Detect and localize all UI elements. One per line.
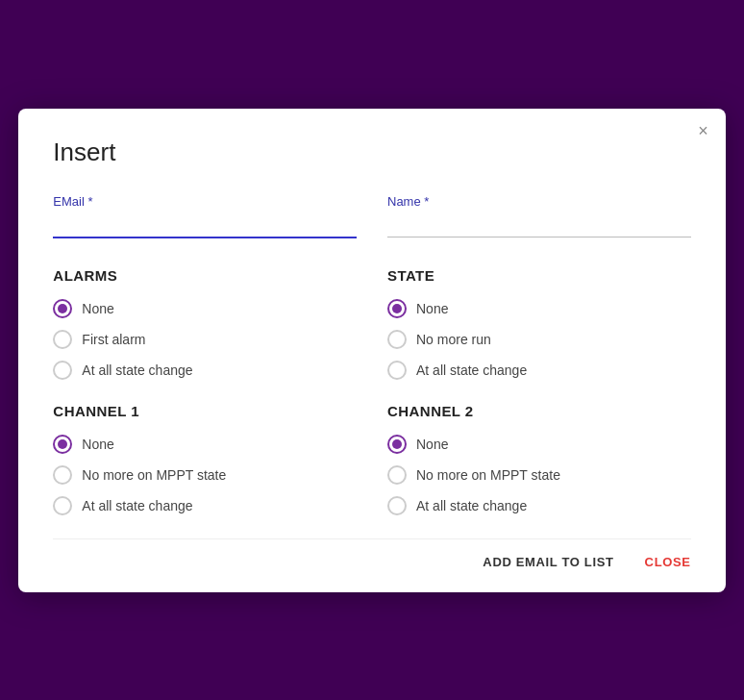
ch1-all-radio[interactable] (53, 496, 72, 515)
state-no-more-run-radio[interactable] (387, 330, 407, 349)
channels-row: CHANNEL 1 None No more on MPPT state At … (53, 403, 690, 515)
channel1-section: CHANNEL 1 None No more on MPPT state At … (53, 403, 357, 515)
channel1-radio-group: None No more on MPPT state At all state … (53, 435, 357, 515)
alarms-state-row: ALARMS None First alarm At all state cha… (53, 267, 690, 380)
state-none-label: None (416, 301, 448, 316)
modal-title: Insert (53, 138, 690, 167)
ch1-no-more-mppt-radio[interactable] (53, 465, 72, 485)
add-email-button[interactable]: ADD EMAIL TO LIST (483, 555, 613, 569)
alarms-state-option[interactable]: At all state change (53, 361, 357, 380)
form-row: EMail * Name * (53, 194, 690, 238)
alarms-none-label: None (82, 301, 113, 316)
state-none-option[interactable]: None (387, 299, 691, 318)
channel2-section: CHANNEL 2 None No more on MPPT state At … (387, 403, 691, 515)
alarms-radio-group: None First alarm At all state change (53, 299, 357, 380)
ch2-all-option[interactable]: At all state change (387, 496, 691, 515)
name-label: Name * (387, 194, 691, 209)
alarms-none-option[interactable]: None (53, 299, 357, 318)
email-input[interactable] (53, 212, 357, 238)
ch2-no-more-mppt-radio[interactable] (387, 465, 407, 485)
close-icon-button[interactable]: × (698, 122, 708, 139)
channel1-title: CHANNEL 1 (53, 403, 357, 419)
name-input[interactable] (387, 212, 691, 238)
alarms-none-radio[interactable] (53, 299, 72, 318)
ch1-none-label: None (82, 437, 113, 452)
ch2-all-label: At all state change (416, 498, 527, 513)
alarms-state-radio[interactable] (53, 361, 72, 380)
ch1-none-option[interactable]: None (53, 435, 357, 454)
ch1-none-radio[interactable] (53, 435, 72, 454)
channel2-radio-group: None No more on MPPT state At all state … (387, 435, 691, 515)
email-label: EMail * (53, 194, 357, 209)
channel2-title: CHANNEL 2 (387, 403, 691, 419)
ch1-no-more-mppt-label: No more on MPPT state (82, 467, 226, 483)
ch2-none-label: None (416, 437, 448, 452)
alarms-section: ALARMS None First alarm At all state cha… (53, 267, 357, 380)
state-all-option[interactable]: At all state change (387, 361, 691, 380)
name-field-container: Name * (387, 194, 691, 238)
ch1-all-label: At all state change (82, 498, 192, 513)
ch2-no-more-mppt-option[interactable]: No more on MPPT state (387, 465, 691, 485)
ch2-none-radio[interactable] (387, 435, 407, 454)
state-radio-group: None No more run At all state change (387, 299, 691, 380)
state-no-more-run-option[interactable]: No more run (387, 330, 691, 349)
state-all-label: At all state change (416, 362, 527, 378)
modal-overlay: × Insert EMail * Name * ALARMS None (0, 0, 744, 700)
alarms-first-radio[interactable] (53, 330, 72, 349)
ch1-all-option[interactable]: At all state change (53, 496, 357, 515)
alarms-title: ALARMS (53, 267, 357, 284)
state-all-radio[interactable] (387, 361, 407, 380)
close-button[interactable]: CLOSE (645, 555, 691, 569)
ch1-no-more-mppt-option[interactable]: No more on MPPT state (53, 465, 357, 485)
modal-footer: ADD EMAIL TO LIST CLOSE (53, 538, 690, 569)
state-none-radio[interactable] (387, 299, 407, 318)
alarms-first-label: First alarm (82, 332, 145, 347)
email-field-container: EMail * (53, 194, 357, 238)
ch2-no-more-mppt-label: No more on MPPT state (416, 467, 560, 483)
alarms-first-option[interactable]: First alarm (53, 330, 357, 349)
state-title: STATE (387, 267, 691, 284)
ch2-none-option[interactable]: None (387, 435, 691, 454)
state-no-more-run-label: No more run (416, 332, 491, 347)
ch2-all-radio[interactable] (387, 496, 407, 515)
state-section: STATE None No more run At all state chan… (387, 267, 691, 380)
alarms-state-label: At all state change (82, 362, 192, 378)
modal-dialog: × Insert EMail * Name * ALARMS None (18, 109, 725, 592)
